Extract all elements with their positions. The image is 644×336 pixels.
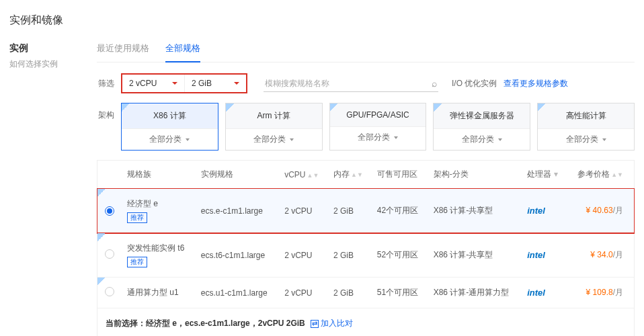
th-spec: 实例规格 xyxy=(196,161,279,189)
table-row[interactable]: 突发性能实例 t6推荐ecs.t6-c1m1.large2 vCPU2 GiB5… xyxy=(97,233,634,278)
family-cell: 通用算力型 u1 xyxy=(127,287,190,298)
vcpu-select[interactable]: 2 vCPU xyxy=(122,75,184,92)
arch-name[interactable]: X86 计算 xyxy=(122,103,218,128)
spec-cell: ecs.t6-c1m1.large xyxy=(196,233,279,278)
price-unit: /月 xyxy=(613,288,623,297)
arch-class-select[interactable]: 全部分类 xyxy=(434,128,530,150)
mem-cell: 2 GiB xyxy=(328,233,372,278)
compare-icon: ⇄ xyxy=(311,320,319,328)
zones-cell: 51个可用区 xyxy=(372,278,428,308)
th-price[interactable]: 参考价格▲▼ xyxy=(567,161,634,189)
caret-down-icon xyxy=(234,82,239,85)
arch-name[interactable]: GPU/FPGA/ASIC xyxy=(330,103,426,126)
spec-cell: ecs.u1-c1m1.large xyxy=(196,278,279,308)
recommend-tag: 推荐 xyxy=(127,212,147,223)
arch-card[interactable]: Arm 计算全部分类 xyxy=(225,103,323,151)
corner-icon xyxy=(97,233,106,241)
sort-icon: ▲▼ xyxy=(611,173,623,177)
caret-down-icon xyxy=(172,82,177,85)
th-arch: 架构-分类 xyxy=(428,161,522,189)
zones-cell: 52个可用区 xyxy=(372,233,428,278)
add-compare-link[interactable]: ⇄加入比对 xyxy=(311,318,353,329)
more-params-link[interactable]: 查看更多规格参数 xyxy=(504,78,568,89)
spec-table: 规格族 实例规格 vCPU▲▼ 内存▲▼ 可售可用区 架构-分类 处理器▾ 参考… xyxy=(97,161,634,308)
corner-icon xyxy=(122,103,130,112)
row-radio[interactable] xyxy=(105,249,114,259)
arch-card[interactable]: 弹性裸金属服务器全部分类 xyxy=(433,103,530,151)
corner-icon xyxy=(434,103,442,112)
arch-label: 架构 xyxy=(97,103,114,121)
corner-icon xyxy=(538,103,546,112)
th-cpu[interactable]: 处理器▾ xyxy=(522,161,567,189)
price-unit: /月 xyxy=(613,250,623,259)
mem-select[interactable]: 2 GiB xyxy=(184,75,246,92)
caret-down-icon xyxy=(602,138,606,141)
vcpu-cell: 2 vCPU xyxy=(279,189,328,233)
family-cell: 突发性能实例 t6推荐 xyxy=(127,243,190,267)
selection-text: 经济型 e，ecs.e-c1m1.large，2vCPU 2GiB xyxy=(146,319,305,328)
caret-down-icon xyxy=(498,138,502,141)
th-mem[interactable]: 内存▲▼ xyxy=(328,161,372,189)
arch-class-select[interactable]: 全部分类 xyxy=(122,128,218,150)
sort-icon: ▲▼ xyxy=(351,173,363,177)
corner-icon xyxy=(330,103,338,112)
arch-class-select[interactable]: 全部分类 xyxy=(330,126,426,148)
page-title: 实例和镜像 xyxy=(9,13,635,28)
tab-all[interactable]: 全部规格 xyxy=(165,42,200,62)
th-zones: 可售可用区 xyxy=(372,161,428,189)
price-unit: /月 xyxy=(613,206,623,215)
selection-prefix: 当前选择： xyxy=(106,319,146,328)
row-radio[interactable] xyxy=(105,206,114,216)
arch-card[interactable]: X86 计算全部分类 xyxy=(121,103,218,151)
th-vcpu[interactable]: vCPU▲▼ xyxy=(279,161,328,189)
recommend-tag: 推荐 xyxy=(127,257,147,267)
mem-value: 2 GiB xyxy=(192,79,212,88)
vcpu-cell: 2 vCPU xyxy=(279,278,328,308)
corner-icon xyxy=(97,278,106,286)
caret-down-icon xyxy=(290,138,294,141)
family-cell: 经济型 e推荐 xyxy=(127,198,190,223)
arch-name[interactable]: Arm 计算 xyxy=(226,103,322,128)
filter-label: 筛选 xyxy=(97,78,114,89)
vcpu-value: 2 vCPU xyxy=(129,79,157,88)
mem-cell: 2 GiB xyxy=(328,189,372,233)
price-value: ¥ 109.8 xyxy=(586,288,613,297)
filter-icon: ▾ xyxy=(554,169,558,179)
price-value: ¥ 40.63 xyxy=(586,206,613,215)
search-input[interactable] xyxy=(265,79,432,88)
corner-icon xyxy=(97,189,106,197)
arch-class-select[interactable]: 全部分类 xyxy=(226,128,322,150)
tab-recent[interactable]: 最近使用规格 xyxy=(97,42,149,62)
spec-tabs: 最近使用规格 全部规格 xyxy=(97,42,635,62)
price-value: ¥ 34.0 xyxy=(590,250,612,259)
th-family: 规格族 xyxy=(122,161,196,189)
cpu-brand: intel xyxy=(527,206,545,216)
arch-class-select[interactable]: 全部分类 xyxy=(538,128,634,150)
arch-cell: X86 计算-共享型 xyxy=(428,233,522,278)
row-radio[interactable] xyxy=(105,287,114,296)
table-row[interactable]: 通用算力型 u1ecs.u1-c1m1.large2 vCPU2 GiB51个可… xyxy=(97,278,634,308)
search-box: ⌕ xyxy=(264,75,438,92)
vcpu-cell: 2 vCPU xyxy=(279,233,328,278)
arch-card[interactable]: GPU/FPGA/ASIC全部分类 xyxy=(329,103,427,151)
table-row[interactable]: 经济型 e推荐ecs.e-c1m1.large2 vCPU2 GiB42个可用区… xyxy=(97,189,634,233)
sidebar: 实例 如何选择实例 xyxy=(9,42,83,336)
spec-table-wrap: 规格族 实例规格 vCPU▲▼ 内存▲▼ 可售可用区 架构-分类 处理器▾ 参考… xyxy=(97,160,635,336)
arch-name[interactable]: 弹性裸金属服务器 xyxy=(434,103,530,128)
spec-select-group: 2 vCPU 2 GiB xyxy=(121,73,247,93)
selection-bar: 当前选择：经济型 e，ecs.e-c1m1.large，2vCPU 2GiB ⇄… xyxy=(97,308,634,336)
sort-icon: ▲▼ xyxy=(307,174,319,177)
caret-down-icon xyxy=(394,136,398,139)
sidebar-title: 实例 xyxy=(9,42,83,54)
io-opt-label: I/O 优化实例 xyxy=(452,78,497,89)
corner-icon xyxy=(226,103,234,112)
arch-cell: X86 计算-共享型 xyxy=(428,189,522,233)
cpu-brand: intel xyxy=(527,288,545,298)
help-link[interactable]: 如何选择实例 xyxy=(9,58,83,70)
arch-card[interactable]: 高性能计算全部分类 xyxy=(537,103,635,151)
caret-down-icon xyxy=(186,138,190,141)
search-icon[interactable]: ⌕ xyxy=(432,78,437,89)
spec-cell: ecs.e-c1m1.large xyxy=(196,189,279,233)
arch-cell: X86 计算-通用算力型 xyxy=(428,278,522,308)
arch-name[interactable]: 高性能计算 xyxy=(538,103,634,128)
